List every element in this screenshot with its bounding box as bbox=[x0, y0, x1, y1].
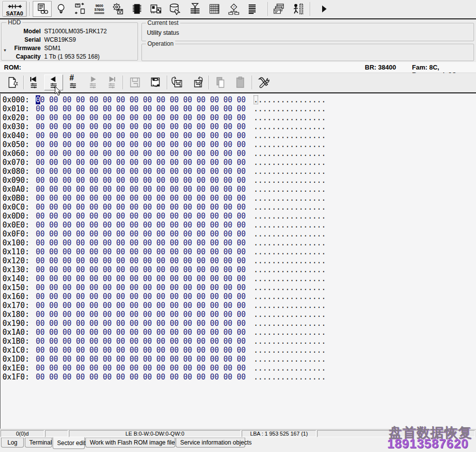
hex-byte-cell[interactable]: 00 bbox=[143, 212, 156, 221]
hex-byte-cell[interactable]: 00 bbox=[89, 373, 103, 381]
hex-byte-cell[interactable]: 00 bbox=[143, 301, 156, 310]
hex-byte-cell[interactable]: 00 bbox=[36, 355, 49, 364]
hex-ascii-cell[interactable]: . bbox=[267, 149, 272, 158]
hex-ascii-cell[interactable]: . bbox=[312, 355, 317, 364]
hex-byte-cell[interactable]: 00 bbox=[170, 149, 183, 158]
hex-byte-cell[interactable]: 00 bbox=[63, 203, 76, 212]
hex-ascii-cell[interactable]: . bbox=[254, 274, 258, 283]
hex-byte-cell[interactable]: 00 bbox=[237, 328, 250, 337]
hex-ascii-cell[interactable]: . bbox=[276, 149, 280, 158]
hex-ascii-cell[interactable]: . bbox=[272, 122, 276, 131]
hex-ascii-cell[interactable]: . bbox=[254, 319, 258, 328]
hex-ascii-cell[interactable]: . bbox=[254, 364, 258, 373]
hex-ascii-cell[interactable]: . bbox=[263, 346, 267, 355]
hex-ascii-cell[interactable]: . bbox=[303, 131, 308, 140]
hex-byte-cell[interactable]: 00 bbox=[63, 310, 76, 319]
hex-ascii-cell[interactable]: . bbox=[317, 104, 321, 113]
hex-byte-cell[interactable]: 00 bbox=[223, 310, 237, 319]
hex-ascii-cell[interactable]: . bbox=[299, 265, 303, 274]
hex-ascii-cell[interactable]: . bbox=[317, 346, 321, 355]
hex-ascii-cell[interactable]: . bbox=[267, 221, 272, 229]
hex-ascii-cell[interactable]: . bbox=[281, 122, 285, 131]
hex-byte-cell[interactable]: 00 bbox=[156, 265, 170, 274]
hex-ascii-cell[interactable]: . bbox=[321, 140, 326, 149]
hex-byte-cell[interactable]: 00 bbox=[223, 149, 237, 158]
hex-byte-cell[interactable]: 00 bbox=[223, 328, 237, 337]
hex-ascii-cell[interactable]: . bbox=[312, 212, 317, 221]
hex-ascii-cell[interactable]: . bbox=[299, 355, 303, 364]
hex-ascii-cell[interactable]: . bbox=[317, 319, 321, 328]
hex-ascii-cell[interactable]: . bbox=[303, 337, 308, 346]
hex-ascii-cell[interactable]: . bbox=[267, 229, 272, 238]
hex-ascii-cell[interactable]: . bbox=[321, 238, 326, 247]
hex-ascii-cell[interactable]: . bbox=[254, 346, 258, 355]
hex-ascii-cell[interactable]: . bbox=[258, 238, 263, 247]
hex-byte-cell[interactable]: 00 bbox=[197, 176, 210, 185]
hex-byte-cell[interactable]: 00 bbox=[76, 221, 89, 229]
hex-ascii-cell[interactable]: . bbox=[285, 194, 290, 203]
hex-byte-cell[interactable]: 00 bbox=[116, 238, 130, 247]
hex-byte-cell[interactable]: 00 bbox=[237, 185, 250, 194]
hex-byte-cell[interactable]: 00 bbox=[89, 113, 103, 122]
hex-ascii-cell[interactable]: . bbox=[285, 212, 290, 221]
copy-button[interactable] bbox=[211, 75, 230, 90]
hex-byte-cell[interactable]: 00 bbox=[197, 346, 210, 355]
hex-byte-cell[interactable]: 00 bbox=[143, 203, 156, 212]
hex-ascii-cell[interactable]: . bbox=[267, 167, 272, 176]
hex-ascii-cell[interactable]: . bbox=[308, 149, 312, 158]
hex-ascii-cell[interactable]: . bbox=[263, 292, 267, 301]
hex-ascii-cell[interactable]: . bbox=[285, 113, 290, 122]
hex-byte-cell[interactable]: 00 bbox=[183, 158, 197, 167]
hex-ascii-cell[interactable]: . bbox=[317, 140, 321, 149]
hex-ascii-cell[interactable]: . bbox=[299, 113, 303, 122]
hex-byte-cell[interactable]: 00 bbox=[223, 346, 237, 355]
hex-byte-cell[interactable]: 00 bbox=[223, 337, 237, 346]
hex-ascii-cell[interactable]: . bbox=[317, 283, 321, 292]
hex-byte-cell[interactable]: 00 bbox=[116, 104, 130, 113]
hex-ascii-cell[interactable]: . bbox=[299, 176, 303, 185]
hex-ascii-cell[interactable]: . bbox=[312, 140, 317, 149]
hex-byte-cell[interactable]: 00 bbox=[143, 283, 156, 292]
hex-byte-cell[interactable]: 00 bbox=[183, 310, 197, 319]
hex-ascii-cell[interactable]: . bbox=[321, 95, 326, 104]
hex-byte-cell[interactable]: 00 bbox=[63, 373, 76, 381]
hex-ascii-cell[interactable]: . bbox=[294, 265, 299, 274]
hex-ascii-cell[interactable]: . bbox=[263, 95, 267, 104]
hex-byte-cell[interactable]: 00 bbox=[103, 167, 116, 176]
hex-byte-cell[interactable]: 00 bbox=[116, 95, 130, 104]
hex-byte-cell[interactable]: 00 bbox=[49, 301, 63, 310]
hex-ascii-cell[interactable]: . bbox=[317, 247, 321, 256]
hex-byte-cell[interactable]: 00 bbox=[116, 167, 130, 176]
hex-ascii-cell[interactable]: . bbox=[290, 176, 294, 185]
hex-ascii-cell[interactable]: . bbox=[308, 247, 312, 256]
hex-byte-cell[interactable]: 00 bbox=[89, 274, 103, 283]
hex-byte-cell[interactable]: 00 bbox=[76, 158, 89, 167]
hex-ascii-cell[interactable]: . bbox=[267, 158, 272, 167]
hex-ascii-cell[interactable]: . bbox=[281, 274, 285, 283]
hex-ascii-cell[interactable]: . bbox=[317, 373, 321, 381]
hex-byte-cell[interactable]: 00 bbox=[103, 274, 116, 283]
hex-byte-cell[interactable]: 00 bbox=[223, 355, 237, 364]
hex-ascii-cell[interactable]: . bbox=[272, 319, 276, 328]
hex-byte-cell[interactable]: 00 bbox=[49, 229, 63, 238]
hex-ascii-cell[interactable]: . bbox=[294, 337, 299, 346]
hex-ascii-cell[interactable]: . bbox=[299, 247, 303, 256]
hex-byte-cell[interactable]: 00 bbox=[170, 122, 183, 131]
hex-byte-cell[interactable]: 00 bbox=[103, 310, 116, 319]
hex-byte-cell[interactable]: 00 bbox=[237, 194, 250, 203]
hex-byte-cell[interactable]: 00 bbox=[116, 319, 130, 328]
hex-ascii-cell[interactable]: . bbox=[272, 292, 276, 301]
hex-byte-cell[interactable]: 00 bbox=[36, 140, 49, 149]
hex-ascii-cell[interactable]: . bbox=[299, 203, 303, 212]
hex-ascii-cell[interactable]: . bbox=[303, 355, 308, 364]
hex-byte-cell[interactable]: 00 bbox=[116, 310, 130, 319]
hex-byte-cell[interactable]: 00 bbox=[116, 158, 130, 167]
hex-ascii-cell[interactable]: . bbox=[299, 256, 303, 265]
hex-ascii-cell[interactable]: . bbox=[267, 301, 272, 310]
hex-ascii-cell[interactable]: . bbox=[321, 158, 326, 167]
hex-byte-cell[interactable]: 00 bbox=[143, 256, 156, 265]
hex-ascii-cell[interactable]: . bbox=[263, 319, 267, 328]
hex-ascii-cell[interactable]: . bbox=[321, 301, 326, 310]
hex-ascii-cell[interactable]: . bbox=[281, 319, 285, 328]
hex-byte-cell[interactable]: 00 bbox=[210, 95, 223, 104]
